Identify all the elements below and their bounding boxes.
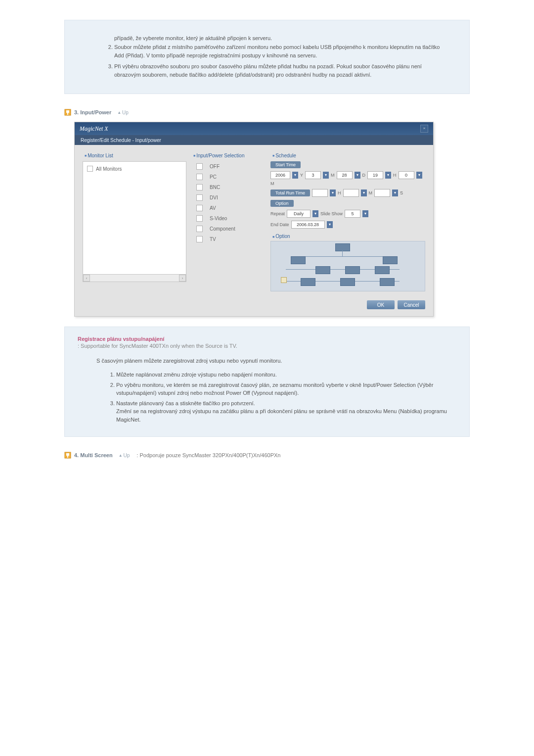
monitor-list-header: Monitor List: [85, 153, 186, 158]
diagram-node-icon: [375, 266, 390, 274]
slideshow-field[interactable]: 5: [345, 210, 360, 218]
year-label: Y: [300, 173, 303, 178]
end-date-field[interactable]: 2006.03.28: [291, 221, 325, 229]
up-link-3[interactable]: ▲Up: [117, 110, 129, 115]
input-label: Component: [210, 226, 235, 232]
svg-rect-4: [66, 453, 69, 456]
dropdown-icon[interactable]: ▾: [361, 189, 367, 196]
dropdown-icon[interactable]: ▾: [392, 189, 398, 196]
desc-item-2: Po výběru monitoru, ve kterém se má zare…: [116, 381, 456, 397]
checkbox-icon[interactable]: [196, 215, 203, 222]
ok-button[interactable]: OK: [367, 300, 395, 309]
scroll-right-icon[interactable]: ›: [179, 275, 186, 282]
diagram-marker-icon: [281, 277, 287, 283]
top-item-2: Soubor můžete přidat z místního paměťové…: [114, 43, 449, 59]
diagram-node-icon: [291, 256, 306, 264]
continuation-box: případě, že vyberete monitor, který je a…: [64, 20, 470, 94]
option-pill[interactable]: Option: [270, 200, 294, 207]
up-link-4[interactable]: ▲Up: [119, 453, 130, 458]
monitor-item-all[interactable]: All Monitors: [87, 166, 182, 172]
desc-item-3: Nastavte plánovaný čas a stiskněte tlačí…: [116, 399, 456, 424]
diagram-node-icon: [345, 266, 360, 274]
repeat-field[interactable]: Daily: [287, 210, 311, 218]
checkbox-icon[interactable]: [196, 205, 203, 211]
horizontal-scrollbar[interactable]: ‹ ›: [83, 274, 186, 282]
checkbox-icon[interactable]: [87, 166, 93, 172]
up-triangle-icon: ▲: [119, 453, 123, 458]
dropdown-icon[interactable]: ▾: [323, 172, 329, 179]
cancel-button[interactable]: Cancel: [398, 300, 425, 309]
dropdown-icon[interactable]: ▾: [362, 210, 368, 217]
diagram-node-icon: [315, 266, 330, 274]
window-button-row: OK Cancel: [75, 295, 433, 316]
input-item-dvi[interactable]: DVI: [191, 192, 266, 203]
checkbox-icon[interactable]: [196, 174, 203, 180]
total-run-pill: Total Run Time: [270, 189, 310, 196]
input-item-pc[interactable]: PC: [191, 172, 266, 182]
input-item-svideo[interactable]: S-Video: [191, 213, 266, 224]
month-field[interactable]: 3: [305, 171, 321, 179]
diagram-node-icon: [335, 243, 350, 251]
diagram-node-icon: [301, 278, 315, 286]
input-list: OFF PC BNC DVI AV S-Video Component TV: [191, 161, 266, 244]
input-item-tv[interactable]: TV: [191, 234, 266, 244]
input-label: BNC: [210, 185, 220, 190]
dropdown-icon[interactable]: ▾: [385, 172, 391, 179]
run-hour-field[interactable]: [312, 189, 328, 197]
app-title: MagicNet X: [80, 125, 108, 133]
hour-label: H: [393, 173, 397, 178]
dropdown-icon[interactable]: ▾: [292, 172, 298, 179]
scroll-left-icon[interactable]: ‹: [83, 275, 90, 282]
input-item-bnc[interactable]: BNC: [191, 182, 266, 192]
checkbox-icon[interactable]: [196, 163, 203, 170]
up-triangle-icon: ▲: [117, 110, 121, 115]
run-hour-label: H: [338, 190, 341, 195]
close-icon[interactable]: ×: [420, 125, 428, 133]
year-field[interactable]: 2006: [270, 171, 290, 179]
window-subtitle: Register/Edit Schedule - Input/power: [75, 135, 433, 145]
checkbox-icon[interactable]: [196, 226, 203, 232]
monitor-list-box[interactable]: All Monitors ‹ ›: [83, 161, 186, 282]
input-label: DVI: [210, 195, 218, 200]
continuation-line: případě, že vyberete monitor, který je a…: [114, 35, 449, 41]
description-title: Registrace plánu vstupu/napájení: [78, 336, 456, 342]
hour-field[interactable]: 19: [367, 171, 383, 179]
end-date-row: End Date 2006.03.28▾: [270, 221, 425, 229]
section-4-note: : Podporuje pouze SyncMaster 320PXn/400P…: [136, 452, 280, 458]
dropdown-icon[interactable]: ▾: [330, 189, 336, 196]
dropdown-icon[interactable]: ▾: [416, 172, 422, 179]
diagram-line: [295, 256, 389, 257]
checkbox-icon[interactable]: [196, 236, 203, 242]
input-label: PC: [210, 174, 217, 180]
up-label: Up: [122, 110, 129, 115]
description-list: Můžete naplánovat změnu zdroje výstupu n…: [116, 371, 456, 424]
top-item-3: Při výběru obrazového souboru pro soubor…: [114, 62, 449, 79]
run-second-field[interactable]: [374, 189, 390, 197]
month-label: M: [331, 173, 335, 178]
section-3-title: 3. Input/Power: [74, 109, 111, 115]
day-field[interactable]: 28: [337, 171, 353, 179]
input-item-av[interactable]: AV: [191, 203, 266, 213]
dropdown-icon[interactable]: ▾: [312, 210, 318, 217]
section-3-header: 3. Input/Power ▲Up: [64, 109, 534, 116]
input-item-component[interactable]: Component: [191, 224, 266, 234]
repeat-label: Repeat: [270, 211, 285, 216]
monitor-item-label: All Monitors: [96, 166, 122, 172]
input-label: TV: [210, 236, 216, 242]
section-4-header: 4. Multi Screen ▲Up : Podporuje pouze Sy…: [64, 452, 534, 459]
end-date-label: End Date: [270, 222, 289, 227]
description-subtitle: : Supportable for SyncMaster 400TXn only…: [78, 343, 456, 349]
dropdown-icon[interactable]: ▾: [355, 172, 360, 179]
svg-rect-1: [66, 110, 69, 113]
checkbox-icon[interactable]: [196, 194, 203, 201]
description-note: S časovým plánem můžete zaregistrovat zd…: [96, 358, 456, 364]
pin-icon: [64, 109, 71, 116]
option-header: Option: [272, 234, 425, 239]
input-power-panel: Input/Power Selection OFF PC BNC DVI AV …: [191, 153, 266, 291]
minute-field[interactable]: 0: [399, 171, 414, 179]
svg-rect-5: [67, 456, 68, 458]
run-minute-field[interactable]: [343, 189, 359, 197]
dropdown-icon[interactable]: ▾: [327, 221, 333, 228]
input-item-off[interactable]: OFF: [191, 161, 266, 172]
checkbox-icon[interactable]: [196, 184, 203, 190]
